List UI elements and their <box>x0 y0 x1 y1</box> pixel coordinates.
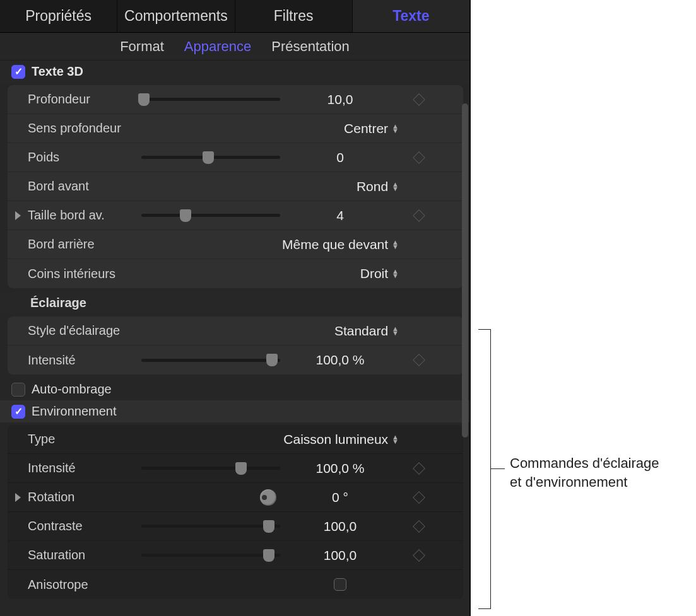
group-title-eclairage: Éclairage <box>30 296 86 310</box>
slider-intensite-eclairage[interactable] <box>141 354 280 366</box>
checkbox-environnement[interactable] <box>11 405 25 419</box>
popup-value-bord-avant: Rond <box>357 179 388 194</box>
tab-proprietes[interactable]: Propriétés <box>0 0 117 32</box>
slider-env-saturation[interactable] <box>141 550 280 561</box>
label-bord-avant: Bord avant <box>28 179 141 194</box>
row-bord-avant: Bord avant Rond <box>8 172 463 201</box>
keyframe-profondeur[interactable] <box>413 93 425 106</box>
value-env-rotation[interactable]: 0 ° <box>280 490 400 505</box>
row-auto-ombrage: Auto-ombrage <box>0 378 469 400</box>
slider-env-contraste[interactable] <box>141 521 280 532</box>
inspector-panel: Propriétés Comportements Filtres Texte F… <box>0 0 471 616</box>
tab-texte[interactable]: Texte <box>353 0 469 32</box>
label-style-eclairage: Style d'éclairage <box>28 323 141 338</box>
row-env-saturation: Saturation 100,0 <box>8 541 463 570</box>
main-tabs: Propriétés Comportements Filtres Texte <box>0 0 469 33</box>
subtab-presentation[interactable]: Présentation <box>271 38 350 55</box>
keyframe-env-rotation[interactable] <box>413 491 425 504</box>
stepper-icon <box>392 240 399 249</box>
checkbox-env-anisotrope[interactable] <box>334 578 346 591</box>
row-taille-bord-av: Taille bord av. 4 <box>8 201 463 230</box>
row-env-type: Type Caisson lumineux <box>8 425 463 454</box>
slider-taille-bord-av[interactable] <box>141 210 280 221</box>
disclosure-env-rotation[interactable] <box>15 493 21 502</box>
label-auto-ombrage: Auto-ombrage <box>32 382 112 397</box>
row-sens-profondeur: Sens profondeur Centrer <box>8 114 463 143</box>
row-poids: Poids 0 <box>8 143 463 172</box>
popup-sens-profondeur[interactable]: Centrer <box>280 121 400 136</box>
stepper-icon <box>392 269 399 278</box>
value-taille-bord-av[interactable]: 4 <box>280 208 400 223</box>
keyframe-taille-bord-av[interactable] <box>413 209 425 222</box>
stepper-icon <box>392 435 399 444</box>
subtab-format[interactable]: Format <box>120 38 164 55</box>
row-environnement-header: Environnement <box>0 400 469 422</box>
group-title-texte-3d: Texte 3D <box>32 64 83 79</box>
value-intensite-eclairage[interactable]: 100,0 % <box>280 352 400 368</box>
label-env-contraste: Contraste <box>28 519 141 533</box>
callout-area: Commandes d'éclairage et d'environnement <box>471 0 696 616</box>
stepper-icon <box>392 182 399 191</box>
slider-profondeur[interactable] <box>141 94 280 105</box>
popup-bord-arriere[interactable]: Même que devant <box>280 237 400 252</box>
group-eclairage: Éclairage Style d'éclairage Standard Int… <box>0 292 469 378</box>
value-profondeur[interactable]: 10,0 <box>280 92 400 107</box>
tab-filtres[interactable]: Filtres <box>235 0 353 32</box>
slider-env-intensite[interactable] <box>141 463 280 474</box>
rows-eclairage: Style d'éclairage Standard Intensité 100… <box>8 317 463 375</box>
subtab-apparence[interactable]: Apparence <box>184 38 251 55</box>
label-intensite-eclairage: Intensité <box>28 353 141 368</box>
popup-value-bord-arriere: Même que devant <box>282 237 388 252</box>
popup-style-eclairage[interactable]: Standard <box>280 323 400 339</box>
label-env-anisotrope: Anisotrope <box>28 578 141 592</box>
label-sens-profondeur: Sens profondeur <box>28 121 141 136</box>
row-profondeur: Profondeur 10,0 <box>8 85 463 114</box>
disclosure-taille-bord-av[interactable] <box>15 211 21 220</box>
popup-bord-avant[interactable]: Rond <box>280 179 400 194</box>
row-coins-interieurs: Coins intérieurs Droit <box>8 259 463 288</box>
checkbox-auto-ombrage[interactable] <box>11 383 25 397</box>
callout-text: Commandes d'éclairage et d'environnement <box>510 454 659 491</box>
value-poids[interactable]: 0 <box>280 150 400 165</box>
popup-value-env-type: Caisson lumineux <box>283 432 388 447</box>
label-env-saturation: Saturation <box>28 548 141 562</box>
sub-tabs: Format Apparence Présentation <box>0 33 469 61</box>
popup-coins-interieurs[interactable]: Droit <box>280 266 400 281</box>
slider-poids[interactable] <box>141 152 280 163</box>
callout-bracket-stem <box>491 468 505 469</box>
value-env-contraste[interactable]: 100,0 <box>280 519 400 534</box>
keyframe-env-contraste[interactable] <box>413 520 425 533</box>
keyframe-env-saturation[interactable] <box>413 549 425 562</box>
popup-value-coins-interieurs: Droit <box>360 266 388 281</box>
value-env-saturation[interactable]: 100,0 <box>280 548 400 563</box>
tab-comportements[interactable]: Comportements <box>117 0 235 32</box>
checkbox-texte-3d[interactable] <box>11 65 25 79</box>
row-env-rotation: Rotation 0 ° <box>8 483 463 512</box>
row-env-intensite: Intensité 100,0 % <box>8 454 463 483</box>
popup-env-type[interactable]: Caisson lumineux <box>280 432 400 447</box>
label-coins-interieurs: Coins intérieurs <box>28 267 141 281</box>
label-env-intensite: Intensité <box>28 461 141 475</box>
label-env-type: Type <box>28 432 141 446</box>
group-header-eclairage: Éclairage <box>0 292 469 314</box>
scrollbar[interactable] <box>462 103 468 438</box>
popup-value-sens-profondeur: Centrer <box>344 121 388 136</box>
keyframe-poids[interactable] <box>413 151 425 164</box>
rows-environnement: Type Caisson lumineux Intensité 100,0 % … <box>8 425 463 599</box>
row-env-contraste: Contraste 100,0 <box>8 512 463 541</box>
row-intensite-eclairage: Intensité 100,0 % <box>8 346 463 375</box>
label-profondeur: Profondeur <box>28 92 141 107</box>
group-header-texte-3d: Texte 3D <box>0 61 469 83</box>
dial-env-rotation[interactable] <box>260 489 276 506</box>
rows-texte-3d: Profondeur 10,0 Sens profondeur Centrer <box>8 85 463 288</box>
group-texte-3d: Texte 3D Profondeur 10,0 Sens profondeur… <box>0 61 469 292</box>
label-bord-arriere: Bord arrière <box>28 237 141 252</box>
keyframe-intensite-eclairage[interactable] <box>413 354 425 366</box>
row-bord-arriere: Bord arrière Même que devant <box>8 230 463 259</box>
label-env-rotation: Rotation <box>28 490 141 504</box>
value-env-intensite[interactable]: 100,0 % <box>280 461 400 476</box>
stepper-icon <box>392 327 399 335</box>
label-poids: Poids <box>28 150 141 165</box>
keyframe-env-intensite[interactable] <box>413 462 425 475</box>
row-env-anisotrope: Anisotrope <box>8 570 463 599</box>
